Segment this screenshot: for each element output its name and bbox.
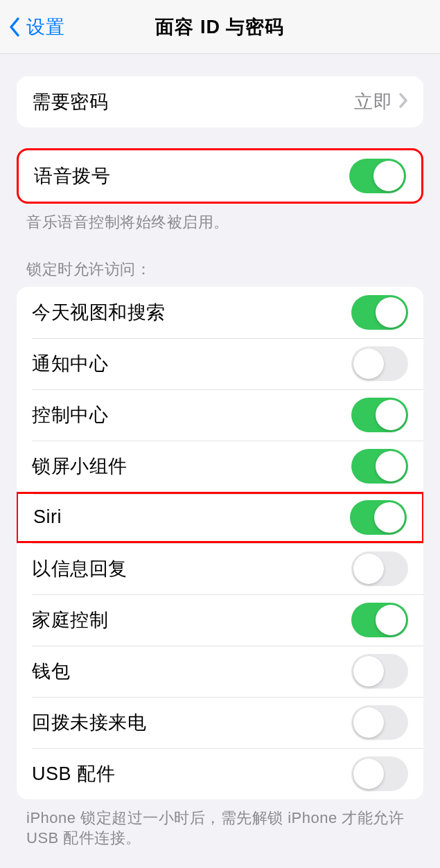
row-siri: Siri — [17, 492, 423, 543]
row-label: Siri — [33, 506, 62, 528]
row-notification-center: 通知中心 — [17, 338, 423, 389]
row-return-calls: 回拨未接来电 — [17, 697, 423, 748]
row-label: 通知中心 — [32, 351, 108, 376]
group-footer: iPhone 锁定超过一小时后，需先解锁 iPhone 才能允许 USB 配件连… — [0, 799, 440, 849]
chevron-left-icon — [7, 15, 22, 39]
toggle-home-control[interactable] — [351, 603, 408, 637]
row-label: 今天视图和搜索 — [32, 300, 166, 325]
row-label: 需要密码 — [32, 89, 108, 114]
row-label: 以信息回复 — [32, 556, 127, 581]
toggle-wallet[interactable] — [351, 654, 408, 689]
row-require-passcode[interactable]: 需要密码 立即 — [17, 76, 423, 127]
row-label: 钱包 — [32, 659, 70, 684]
row-label: 锁屏小组件 — [32, 454, 127, 479]
toggle-usb-accessories[interactable] — [351, 756, 408, 791]
row-label: 家庭控制 — [32, 608, 108, 632]
page-title: 面容 ID 与密码 — [155, 15, 284, 39]
row-wallet: 钱包 — [17, 646, 423, 697]
row-label: 控制中心 — [32, 402, 108, 427]
navigation-bar: 设置 面容 ID 与密码 — [0, 0, 440, 54]
row-label: 语音拨号 — [34, 163, 110, 188]
row-voice-dial: 语音拨号 — [19, 150, 421, 202]
group-lock-access: 今天视图和搜索 通知中心 控制中心 锁屏小组件 Siri 以信息回复 家庭控制 — [17, 287, 423, 799]
row-lock-widgets: 锁屏小组件 — [17, 441, 423, 492]
row-reply-message: 以信息回复 — [17, 543, 423, 594]
group-header: 锁定时允许访问： — [0, 233, 440, 287]
group-voice-dial: 语音拨号 — [17, 148, 423, 204]
chevron-right-icon — [398, 92, 408, 112]
toggle-voice-dial[interactable] — [349, 159, 406, 193]
back-button[interactable]: 设置 — [0, 15, 65, 39]
toggle-control-center[interactable] — [351, 398, 408, 432]
back-label: 设置 — [26, 15, 65, 39]
toggle-notification-center[interactable] — [351, 346, 408, 381]
row-home-control: 家庭控制 — [17, 594, 423, 646]
group-require-passcode: 需要密码 立即 — [17, 76, 423, 127]
row-label: USB 配件 — [32, 761, 115, 786]
toggle-return-calls[interactable] — [351, 705, 408, 740]
row-today-view: 今天视图和搜索 — [17, 287, 423, 338]
toggle-siri[interactable] — [350, 500, 407, 535]
row-usb-accessories: USB 配件 — [17, 748, 423, 799]
row-label: 回拨未接来电 — [32, 710, 146, 735]
row-control-center: 控制中心 — [17, 389, 423, 441]
group-footer: 音乐语音控制将始终被启用。 — [0, 204, 440, 233]
toggle-today-view[interactable] — [351, 295, 408, 330]
toggle-reply-message[interactable] — [351, 551, 408, 586]
row-value: 立即 — [354, 89, 393, 114]
toggle-lock-widgets[interactable] — [351, 449, 408, 484]
